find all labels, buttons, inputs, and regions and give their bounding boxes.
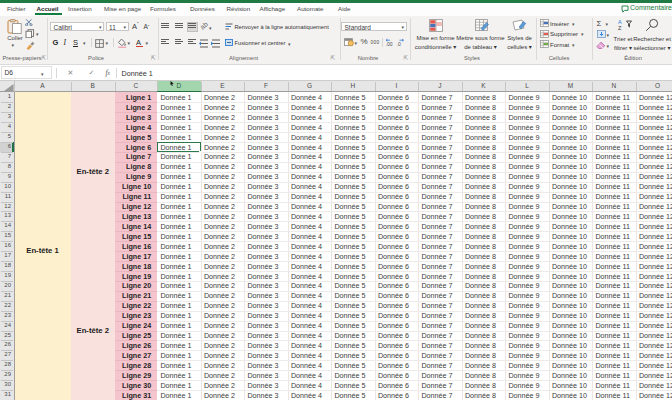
svg-text:.0: .0 [397,41,401,47]
svg-text:Z: Z [618,25,622,31]
svg-text:.00: .00 [386,41,393,47]
